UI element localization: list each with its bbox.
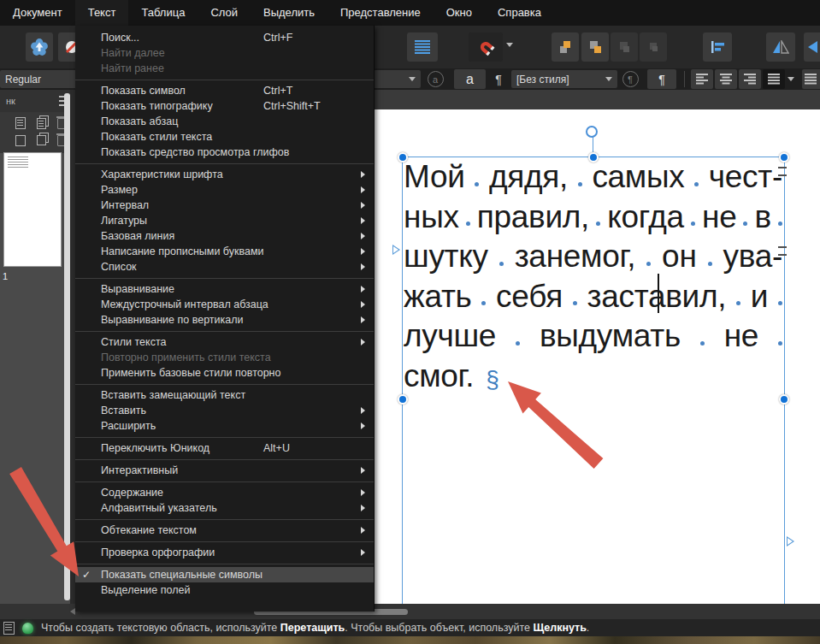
text-line[interactable]: Мойдядя,самыхчест- (404, 157, 782, 198)
menu-item[interactable]: Список (75, 259, 374, 275)
menu-item: Найти ранее (75, 61, 374, 76)
align-center-button[interactable] (715, 69, 737, 89)
duplicate-spread-icon[interactable] (37, 135, 46, 145)
menu-item[interactable]: Характеристики шрифта (75, 167, 374, 182)
text-line[interactable]: лучшевыдуматьне (404, 316, 782, 357)
flip-horizontal-button[interactable] (766, 32, 795, 62)
menu-item[interactable]: Обтекание текстом (75, 523, 374, 538)
menu-item[interactable]: Вставить замещающий текст (75, 387, 374, 403)
menu-item[interactable]: Выделение полей (75, 582, 374, 598)
menu-item[interactable]: Показать абзац (75, 114, 374, 129)
align-left-icon (696, 74, 709, 85)
menu-item-label: Повторно применить стили текста (101, 352, 271, 363)
menubar-item[interactable]: Представление (327, 0, 434, 26)
menu-item-label: Содержание (101, 487, 163, 499)
alignment-icon (710, 40, 725, 54)
circled-pilcrow-button[interactable]: ¶ (617, 69, 643, 89)
clipped-button[interactable] (802, 69, 820, 89)
submenu-arrow-icon (361, 467, 365, 474)
rotation-handle[interactable] (586, 126, 598, 138)
text-word: шутку (404, 239, 488, 275)
flow-input-triangle[interactable] (392, 245, 400, 255)
pages-panel-title: нк (6, 96, 15, 106)
submenu-arrow-icon (361, 186, 365, 193)
text-frame-button[interactable] (407, 32, 438, 62)
flow-output-triangle[interactable] (787, 536, 794, 547)
menubar-item[interactable]: Слой (198, 0, 251, 26)
menu-item[interactable]: Написание прописными буквами (75, 244, 374, 259)
assistant-bell-icon[interactable] (22, 623, 33, 634)
move-backward-button[interactable] (611, 32, 638, 62)
align-dropdown-arrow[interactable] (788, 77, 794, 81)
flip-vertical-button[interactable] (804, 32, 820, 62)
menu-item[interactable]: Расширить (75, 418, 374, 434)
menu-item[interactable]: Лигатуры (75, 213, 374, 228)
menu-item[interactable]: Интервал (75, 198, 374, 213)
menu-item[interactable]: Междустрочный интервал абзаца (75, 297, 374, 312)
text-frame-content[interactable]: Мойдядя,самыхчест-ныхправил,когданевшутк… (404, 157, 782, 396)
move-forward-button[interactable] (581, 32, 609, 62)
move-to-back-button[interactable] (640, 32, 667, 62)
menu-item[interactable]: Поиск...Ctrl+F (75, 30, 374, 45)
menu-item[interactable]: Размер (75, 182, 374, 198)
text-word: когда (607, 199, 684, 235)
menubar-item[interactable]: Текст (75, 0, 129, 26)
menubar-item[interactable]: Документ (0, 0, 75, 26)
menu-item[interactable]: Переключить ЮникодAlt+U (75, 440, 374, 456)
duplicate-page-icon[interactable] (37, 118, 46, 129)
snapping-dropdown-arrow[interactable] (506, 43, 513, 47)
snapping-button[interactable] (469, 32, 503, 62)
show-pilcrow-button[interactable]: ¶ (647, 69, 676, 89)
menu-item[interactable]: Выравнивание по вертикали (75, 312, 374, 328)
align-right-button[interactable] (739, 69, 761, 89)
text-frame-left-edge[interactable] (402, 157, 403, 604)
move-to-front-button[interactable] (552, 32, 579, 62)
menu-item[interactable]: Применить базовые стили повторно (75, 365, 374, 381)
menu-item[interactable]: Показать типографикуCtrl+Shift+T (75, 98, 374, 114)
style-badge-button[interactable] (26, 32, 53, 62)
add-spread-icon[interactable] (15, 135, 26, 146)
menubar-item[interactable]: Выделить (251, 0, 327, 26)
line-break-mark (778, 246, 787, 256)
text-caret (658, 274, 659, 313)
pilcrow-button-icon: ¶ (658, 73, 665, 86)
menubar-item[interactable]: Справка (485, 0, 554, 26)
menu-item[interactable]: Интерактивный (75, 463, 374, 478)
space-mark-icon (475, 182, 479, 186)
text-frame-icon (414, 39, 431, 55)
menu-item[interactable]: Алфавитный указатель (75, 500, 374, 516)
paragraph-style-combo[interactable]: [Без стиля] (511, 70, 617, 88)
align-justify-button[interactable] (763, 69, 785, 89)
text-menu-popup: Поиск...Ctrl+FНайти далееНайти ранееПока… (75, 26, 375, 612)
submenu-arrow-icon (361, 233, 365, 239)
menu-item[interactable]: Показать стили текста (75, 129, 374, 145)
align-left-button[interactable] (691, 69, 713, 89)
text-line[interactable]: шуткузанемог,онува- (404, 237, 782, 277)
text-line[interactable]: жатьсебязаставил,и (404, 277, 782, 317)
menu-item[interactable]: Выравнивание (75, 281, 374, 297)
move-forward-icon (587, 39, 603, 55)
space-mark-icon (466, 222, 470, 226)
page-thumbnail[interactable] (3, 152, 62, 267)
submenu-arrow-icon (361, 316, 365, 323)
menu-separator (75, 331, 374, 332)
circled-pilcrow-icon: ¶ (622, 71, 639, 87)
text-word: занемог, (515, 239, 635, 275)
menu-item[interactable]: Проверка орфографии (75, 545, 374, 560)
menu-item[interactable]: Содержание (75, 485, 374, 500)
menubar-item[interactable]: Таблица (128, 0, 198, 26)
menu-item[interactable]: Базовая линия (75, 228, 374, 244)
menu-item[interactable]: Показать символCtrl+T (75, 83, 374, 98)
menu-item[interactable]: Показать средство просмотра глифов (75, 145, 374, 160)
menu-item[interactable]: ✓Показать специальные символы (75, 567, 374, 582)
menubar-item[interactable]: Окно (434, 0, 485, 26)
menu-item[interactable]: Вставить (75, 403, 374, 418)
menu-item[interactable]: Стили текста (75, 334, 374, 350)
add-page-icon[interactable] (15, 117, 26, 129)
character-button[interactable]: a (454, 69, 486, 89)
text-line[interactable]: ныхправил,когданев (404, 198, 782, 238)
alignment-button[interactable] (703, 32, 732, 62)
circled-a-button[interactable]: a (421, 69, 450, 89)
text-frame-right-edge[interactable] (784, 157, 785, 604)
space-mark-icon (573, 301, 577, 305)
